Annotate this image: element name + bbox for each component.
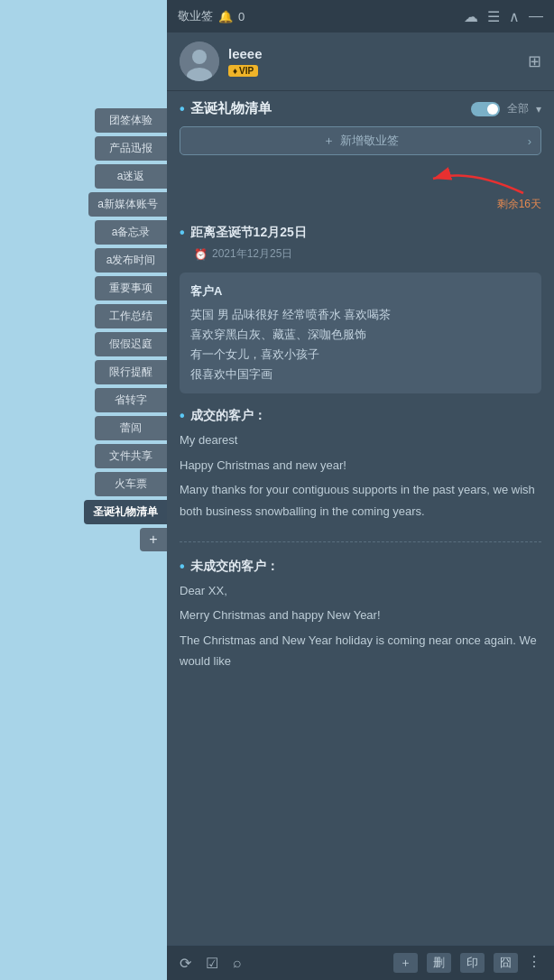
sidebar-item-1[interactable]: 产品迅报 xyxy=(95,136,167,161)
customer-block: 客户A 英国 男 品味很好 经常喷香水 喜欢喝茶 喜欢穿黑白灰、藏蓝、深咖色服饰… xyxy=(180,273,541,393)
main-panel: 敬业签 🔔 0 ☁ ☰ ∧ — leeee ♦ VIP ⊞ xyxy=(167,0,554,980)
arrow-annotation xyxy=(167,159,554,195)
cloud-icon[interactable]: ☁ xyxy=(464,8,478,25)
app-title: 敬业签 xyxy=(178,8,213,24)
section-dot-icon: • xyxy=(180,225,185,241)
grid-icon[interactable]: ⊞ xyxy=(528,51,541,71)
customer-line-0: 英国 男 品味很好 经常喷香水 喜欢喝茶 xyxy=(190,305,531,325)
add-note-button[interactable]: ＋ xyxy=(393,953,418,973)
sidebar-item-9[interactable]: 限行提醒 xyxy=(95,360,167,384)
section-header-0: • 距离圣诞节12月25日 xyxy=(167,217,554,245)
bottom-left-icons: ⟳ ☑ ⌕ xyxy=(180,955,242,972)
clock-icon: ⏰ xyxy=(194,248,208,261)
dash-icon[interactable]: — xyxy=(529,8,543,24)
deadline-text: 剩余16天 xyxy=(497,198,541,210)
history-icon[interactable]: ⟳ xyxy=(180,955,191,972)
customer-line-3: 很喜欢中国字画 xyxy=(190,365,531,384)
svg-point-1 xyxy=(192,50,207,64)
bell-count: 0 xyxy=(238,10,245,23)
tag-input-chevron: › xyxy=(528,134,531,148)
share-button[interactable]: 囧 xyxy=(494,953,518,973)
menu-icon[interactable]: ☰ xyxy=(487,8,500,25)
unclosed-line-2: Merry Christmas and happy New Year! xyxy=(180,605,541,625)
avatar xyxy=(180,42,219,81)
sidebar-item-8[interactable]: 假假迟庭 xyxy=(95,332,167,356)
note-controls: 全部 ▾ xyxy=(471,101,541,116)
sidebar-item-10[interactable]: 省转字 xyxy=(95,388,167,412)
search-icon[interactable]: ⌕ xyxy=(233,955,242,972)
bottom-right-icons: ＋ 删 印 囧 ⋮ xyxy=(393,953,541,973)
unclosed-dot-icon: • xyxy=(180,559,185,575)
customer-label: 客户A xyxy=(190,282,531,301)
closed-line-2: Happy Christmas and new year! xyxy=(180,455,541,476)
toggle-label: 全部 xyxy=(507,101,529,116)
sidebar-item-7[interactable]: 工作总结 xyxy=(95,304,167,328)
app-title-area: 敬业签 🔔 0 xyxy=(178,8,245,24)
tag-input-bar[interactable]: ＋ 新增敬业签 › xyxy=(180,126,541,155)
sidebar-item-2[interactable]: a迷返 xyxy=(95,164,167,189)
content-area: • 圣诞礼物清单 全部 ▾ ＋ 新增敬业签 › xyxy=(167,91,554,945)
top-bar-icons: ☁ ☰ ∧ — xyxy=(464,8,543,25)
sidebar-item-14[interactable]: 圣诞礼物清单 xyxy=(84,500,167,524)
sidebar-item-12[interactable]: 文件共享 xyxy=(95,444,167,468)
sidebar-item-6[interactable]: 重要事项 xyxy=(95,276,167,300)
plus-icon: ＋ xyxy=(323,133,335,149)
closed-line-4: Many thanks for your contiguous supports… xyxy=(180,479,541,522)
closed-customers-section: • 成交的客户： My dearest Happy Christmas and … xyxy=(167,401,554,532)
sidebar-item-4[interactable]: a备忘录 xyxy=(95,220,167,245)
bottom-toolbar: ⟳ ☑ ⌕ ＋ 删 印 囧 ⋮ xyxy=(167,945,554,980)
note-dot-icon: • xyxy=(180,101,185,117)
user-header: leeee ♦ VIP ⊞ xyxy=(167,32,554,91)
note-title-bar: • 圣诞礼物清单 全部 ▾ xyxy=(167,91,554,123)
section-date-0: ⏰ 2021年12月25日 xyxy=(167,245,554,269)
sidebar-item-3[interactable]: a新媒体账号 xyxy=(88,192,167,217)
user-info: leeee ♦ VIP xyxy=(228,46,519,78)
closed-dot-icon: • xyxy=(180,408,185,424)
unclosed-line-4: The Christmas and New Year holiday is co… xyxy=(180,630,541,672)
chevron-up-icon[interactable]: ∧ xyxy=(509,8,520,25)
more-icon[interactable]: ⋮ xyxy=(527,953,541,973)
closed-line-0: My dearest xyxy=(180,430,541,450)
username: leeee xyxy=(228,46,519,61)
note-title: • 圣诞礼物清单 xyxy=(180,100,272,117)
checkbox-icon[interactable]: ☑ xyxy=(206,955,218,972)
unclosed-customers-section: • 未成交的客户： Dear XX, Merry Christmas and h… xyxy=(167,551,554,683)
sidebar-add-button[interactable]: + xyxy=(140,528,167,551)
diamond-icon: ♦ xyxy=(233,66,237,76)
vip-badge: ♦ VIP xyxy=(228,65,258,77)
toggle-switch[interactable] xyxy=(471,102,500,116)
print-button[interactable]: 印 xyxy=(460,953,485,973)
sidebar-item-11[interactable]: 蕾闾 xyxy=(95,416,167,440)
unclosed-line-0: Dear XX, xyxy=(180,580,541,601)
bell-icon: 🔔 xyxy=(218,10,233,23)
dropdown-icon[interactable]: ▾ xyxy=(536,103,541,116)
customer-line-1: 喜欢穿黑白灰、藏蓝、深咖色服饰 xyxy=(190,325,531,345)
unclosed-customers-label: • 未成交的客户： xyxy=(180,559,541,575)
deadline-bar: 剩余16天 xyxy=(167,195,554,217)
sidebar: 团签体验 产品迅报 a迷返 a新媒体账号 a备忘录 a发布时间 重要事项 工作总… xyxy=(0,0,167,980)
delete-button[interactable]: 删 xyxy=(427,953,451,973)
tag-input-label: 新增敬业签 xyxy=(340,133,399,149)
sidebar-item-0[interactable]: 团签体验 xyxy=(95,108,167,133)
section-divider xyxy=(180,541,541,542)
sidebar-item-13[interactable]: 火车票 xyxy=(95,472,167,496)
top-bar: 敬业签 🔔 0 ☁ ☰ ∧ — xyxy=(167,0,554,32)
closed-customers-label: • 成交的客户： xyxy=(180,408,541,424)
sidebar-item-5[interactable]: a发布时间 xyxy=(95,248,167,273)
customer-line-2: 有一个女儿，喜欢小孩子 xyxy=(190,345,531,365)
